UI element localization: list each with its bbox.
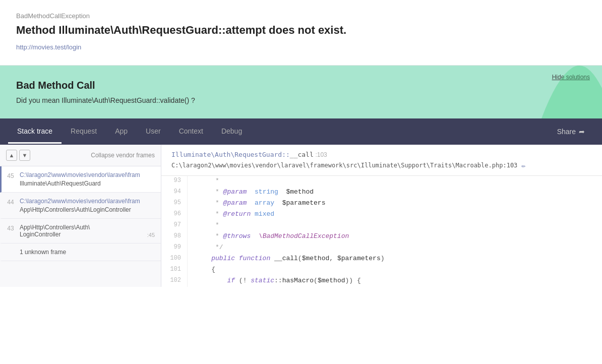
frame-info-45: C:\laragon2\www\movies\vendor\laravel\fr… xyxy=(20,171,155,187)
code-location: Illuminate\Auth\RequestGuard::__call :10… xyxy=(161,145,602,176)
frame-info-44: C:\laragon2\www\movies\vendor\laravel\fr… xyxy=(20,198,155,213)
sort-buttons: ▲ ▼ xyxy=(6,150,30,161)
code-line-97: 97 * xyxy=(161,220,602,231)
frames-panel: ▲ ▼ Collapse vendor frames 45 C:\laragon… xyxy=(0,145,161,287)
error-url-link[interactable]: http://movies.test/login xyxy=(16,43,81,51)
frame-file-45: C:\laragon2\www\movies\vendor\laravel\fr… xyxy=(20,171,155,178)
code-line-95: 95 * @param array $parameters xyxy=(161,198,602,209)
frame-class-44: App\Http\Controllers\Auth\LoginControlle… xyxy=(20,206,155,213)
code-panel: Illuminate\Auth\RequestGuard::__call :10… xyxy=(161,145,602,287)
share-label: Share xyxy=(557,128,576,136)
frames-toolbar: ▲ ▼ Collapse vendor frames xyxy=(0,145,161,166)
frame-number-45: 45 xyxy=(2,171,20,187)
tab-context[interactable]: Context xyxy=(170,120,212,144)
main-content: ▲ ▼ Collapse vendor frames 45 C:\laragon… xyxy=(0,145,602,287)
frame-info-43: App\Http\Controllers\Auth\LoginControlle… xyxy=(20,224,155,238)
frame-line-43: :45 xyxy=(147,232,155,238)
frame-item-44[interactable]: 44 C:\laragon2\www\movies\vendor\laravel… xyxy=(0,193,161,219)
frame-class-45: Illuminate\Auth\RequestGuard xyxy=(20,180,155,187)
code-line-102: 102 if (! static::hasMacro($method)) { xyxy=(161,276,602,287)
frame-class-43: App\Http\Controllers\Auth\LoginControlle… xyxy=(20,224,90,238)
code-method-name: __call xyxy=(290,151,314,158)
code-line-ref: :103 xyxy=(315,151,327,158)
error-url: http://movies.test/login xyxy=(16,43,586,51)
code-class-path: Illuminate\Auth\RequestGuard:: xyxy=(171,151,290,158)
code-line-94: 94 * @param string $method xyxy=(161,187,602,198)
solution-description: Did you mean Illuminate\Auth\RequestGuar… xyxy=(16,96,586,104)
code-viewer: 93 * 94 * @param string $method 95 * @pa… xyxy=(161,176,602,287)
sort-down-button[interactable]: ▼ xyxy=(19,150,30,161)
code-line-98: 98 * @throws \BadMethodCallException xyxy=(161,231,602,242)
share-button[interactable]: Share ➦ xyxy=(548,120,594,143)
frame-item-45[interactable]: 45 C:\laragon2\www\movies\vendor\laravel… xyxy=(0,166,161,193)
share-icon: ➦ xyxy=(579,128,585,136)
frame-number-unknown xyxy=(2,249,20,256)
solution-banner: Hide solutions Bad Method Call Did you m… xyxy=(0,66,602,118)
solution-decoration xyxy=(541,58,602,118)
tab-app[interactable]: App xyxy=(106,120,137,144)
code-line-96: 96 * @return mixed xyxy=(161,209,602,220)
code-line-100: 100 public function __call($method, $par… xyxy=(161,254,602,265)
code-full-path: C:\laragon2\www\movies\vendor\laravel\fr… xyxy=(171,161,592,169)
frame-file-44: C:\laragon2\www\movies\vendor\laravel\fr… xyxy=(20,198,155,205)
frame-item-unknown[interactable]: 1 unknown frame xyxy=(0,244,161,261)
code-line-93: 93 * xyxy=(161,176,602,187)
collapse-vendor-frames-link[interactable]: Collapse vendor frames xyxy=(91,152,155,159)
error-type: BadMethodCallException xyxy=(16,12,586,20)
edit-in-editor-icon[interactable]: ✏ xyxy=(521,161,525,169)
tab-request[interactable]: Request xyxy=(62,120,106,144)
tabs-bar: Stack trace Request App User Context Deb… xyxy=(0,118,602,145)
code-line-101: 101 { xyxy=(161,265,602,276)
solution-title: Bad Method Call xyxy=(16,80,586,91)
tab-stack-trace[interactable]: Stack trace xyxy=(8,120,62,144)
error-header: BadMethodCallException Method Illuminate… xyxy=(0,0,602,66)
tab-user[interactable]: User xyxy=(137,120,170,144)
error-message: Method Illuminate\Auth\RequestGuard::att… xyxy=(16,24,586,37)
code-line-99: 99 */ xyxy=(161,242,602,254)
frame-number-44: 44 xyxy=(2,198,20,213)
frame-item-43[interactable]: 43 App\Http\Controllers\Auth\LoginContro… xyxy=(0,219,161,244)
sort-up-button[interactable]: ▲ xyxy=(6,150,17,161)
full-path-text: C:\laragon2\www\movies\vendor\laravel\fr… xyxy=(171,162,517,169)
frame-number-43: 43 xyxy=(2,224,20,238)
tab-debug[interactable]: Debug xyxy=(212,120,251,144)
frame-info-unknown: 1 unknown frame xyxy=(20,249,155,256)
frame-class-unknown: 1 unknown frame xyxy=(20,249,155,256)
